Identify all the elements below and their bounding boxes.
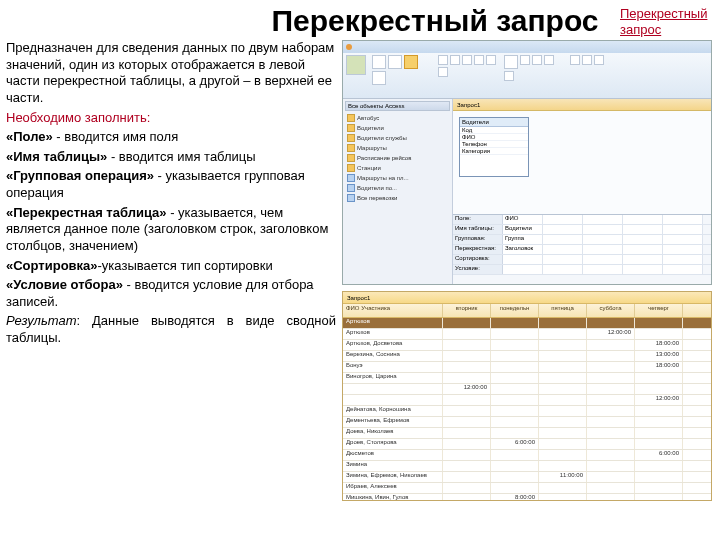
table-field: Телефон [460, 141, 528, 148]
time-cell [539, 373, 587, 383]
time-cell [491, 483, 539, 493]
table-field: ФИО [460, 134, 528, 141]
run-icon [372, 55, 386, 69]
time-cell [587, 494, 635, 500]
name-cell: Ибраев, Алексеев [343, 483, 443, 493]
titlebar [343, 41, 711, 53]
query-icon [347, 184, 355, 192]
name-cell: Зимина, Ефремов, Николаев [343, 472, 443, 482]
time-cell: 12:00:00 [635, 395, 683, 405]
time-cell [443, 483, 491, 493]
diagram-pane: Водители КодФИОТелефонКатегория [453, 111, 711, 214]
time-cell [443, 461, 491, 471]
nav-query-item: Водители по... [345, 183, 450, 193]
grid-label: Условие: [453, 265, 503, 274]
nav-table-item: Расписание рейсов [345, 153, 450, 163]
time-cell [491, 406, 539, 416]
time-cell [443, 351, 491, 361]
grid-cell: Водители [503, 225, 543, 234]
time-cell [635, 461, 683, 471]
time-cell [635, 494, 683, 500]
time-cell [539, 384, 587, 394]
view-icon [346, 55, 366, 75]
selected-cell: Артюхов [343, 318, 443, 328]
grid-label: Групповая: [453, 235, 503, 244]
time-cell [443, 417, 491, 427]
nav-table-item: Водители [345, 123, 450, 133]
cell [443, 318, 491, 328]
time-cell [491, 472, 539, 482]
ribbon-icon [438, 67, 448, 77]
grid-label: Сортировка: [453, 255, 503, 264]
name-cell: Артюхов, Досветова [343, 340, 443, 350]
time-cell [491, 373, 539, 383]
result-text: Результат: Данные выводятся в виде сводн… [6, 313, 336, 346]
time-cell [635, 472, 683, 482]
time-cell [635, 329, 683, 339]
time-cell [539, 406, 587, 416]
name-cell: Дементьева, Ефремов [343, 417, 443, 427]
time-cell [587, 373, 635, 383]
name-cell: Мишкина, Ивин, Гулов [343, 494, 443, 500]
column-header: пятница [539, 304, 587, 317]
time-cell [539, 340, 587, 350]
cell [491, 318, 539, 328]
time-cell [443, 428, 491, 438]
nav-table-item: Маршруты [345, 143, 450, 153]
grid-cell [623, 245, 663, 254]
time-cell [587, 384, 635, 394]
table-row: Виногров, Царина [343, 373, 711, 384]
time-cell [587, 340, 635, 350]
grid-label: Перекрестная: [453, 245, 503, 254]
name-cell: Зимина [343, 461, 443, 471]
grid-row: Перекрестная:Заголовок [453, 245, 711, 255]
grid-cell [663, 265, 703, 274]
time-cell [635, 373, 683, 383]
name-cell: Артюхов [343, 329, 443, 339]
grid-row: Групповая:Группа [453, 235, 711, 245]
table-row: Дейнатова, Корношина [343, 406, 711, 417]
grid-cell [623, 235, 663, 244]
nav-header: Все объекты Access [345, 101, 450, 111]
table-float: Водители КодФИОТелефонКатегория [459, 117, 529, 177]
main-content: Предназначен для сведения данных по двум… [0, 40, 720, 501]
name-cell: Виногров, Царина [343, 373, 443, 383]
sort-line: «Сортировка»-указывается тип сортировки [6, 258, 336, 275]
column-header: четверг [635, 304, 683, 317]
time-cell [635, 384, 683, 394]
table-icon [347, 114, 355, 122]
crosstab-line: «Перекрестная таблица» - указывается, че… [6, 205, 336, 255]
time-cell [539, 483, 587, 493]
time-cell [539, 395, 587, 405]
maketable-icon [372, 71, 386, 85]
name-cell: Дейнатова, Корношина [343, 406, 443, 416]
nav-table-item: Автобус [345, 113, 450, 123]
grid-label: Имя таблицы: [453, 225, 503, 234]
table-row: 12:00:00 [343, 395, 711, 406]
ribbon [343, 53, 711, 99]
table-row: Доева, Николаев [343, 428, 711, 439]
time-cell [443, 472, 491, 482]
cell [539, 318, 587, 328]
time-cell: 6:00:00 [635, 450, 683, 460]
description-column: Предназначен для сведения данных по двум… [6, 40, 336, 501]
column-headers: ФИО Участникавторникпонедельнпятницасубб… [343, 304, 711, 318]
table-row: 12:00:00 [343, 384, 711, 395]
time-cell [539, 329, 587, 339]
nav-table-item: Водители службы [345, 133, 450, 143]
time-cell: 12:00:00 [443, 384, 491, 394]
grid-cell [583, 255, 623, 264]
table-row: Мишкина, Ивин, Гулов8:00:00 [343, 494, 711, 500]
time-cell [587, 362, 635, 372]
time-cell [443, 340, 491, 350]
column-header: ФИО Участника [343, 304, 443, 317]
selected-row: Артюхов [343, 318, 711, 329]
table-icon [347, 134, 355, 142]
showtable-icon [504, 55, 518, 69]
time-cell [491, 417, 539, 427]
nav-query-item: Маршруты на пл... [345, 173, 450, 183]
name-cell [343, 384, 443, 394]
grid-cell [663, 215, 703, 224]
table-field: Код [460, 127, 528, 134]
time-cell [587, 472, 635, 482]
